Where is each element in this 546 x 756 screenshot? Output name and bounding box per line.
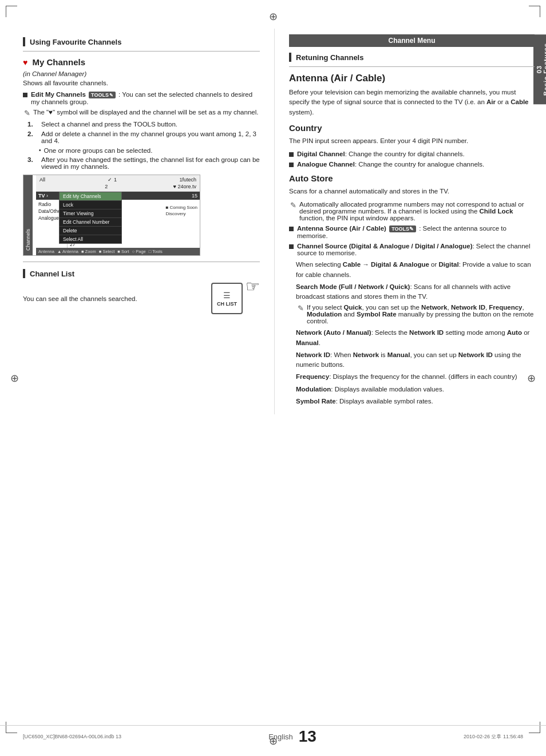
ctx-lock[interactable]: Lock [60, 200, 121, 209]
num-1: 1. [27, 121, 38, 128]
sub-dot: • [39, 147, 41, 153]
bullet-square-channel-source [289, 244, 294, 249]
num-3-text: After you have changed the settings, the… [41, 156, 260, 170]
ch-item1: 1futech [179, 177, 196, 183]
antenna-source-text: Antenna Source (Air / Cable) TOOLS✎ : Se… [297, 225, 535, 239]
channel-list-title: Channel List [30, 270, 74, 278]
quick-note-text: If you select Quick, you can set up the … [307, 304, 535, 324]
digital-channel-bullet: Digital Channel: Change the country for … [289, 151, 535, 157]
ctx-select-all[interactable]: Select All [60, 235, 121, 243]
channel-list-section: Channel List You can see all the channel… [23, 269, 260, 314]
numbered-list: 1. Select a channel and press the TOOLS … [23, 121, 260, 170]
bullet-square-analogue [289, 163, 294, 167]
num-3: 3. [27, 156, 38, 163]
num-2-text: Add or delete a channel in the my channe… [41, 130, 260, 144]
shows-all-text: Shows all favourite channels. [23, 80, 260, 86]
ctx-delete[interactable]: Delete [60, 226, 121, 235]
ch-list-button-area: ☰ CH LIST ☞ [211, 283, 260, 314]
bullet-square-digital [289, 152, 294, 157]
footer-page-number: 13 [299, 729, 316, 745]
crosshair-left: ⊕ [10, 372, 19, 385]
numbered-item-3: 3. After you have changed the settings, … [27, 156, 260, 170]
note-pencil-icon-2: ✎ [290, 201, 296, 209]
edit-my-channels-bullet: Edit My Channels TOOLS✎ : You can set th… [23, 91, 260, 105]
footer-date: 2010-02-26 오후 11:56:48 [464, 733, 523, 741]
channel-list-text: You can see all the channels searched. [23, 295, 194, 302]
footer-file-info: [UC6500_XC]BN68-02694A-00L06.indb 13 [23, 734, 121, 739]
analogue-channel-bullet: Analogue Channel: Change the country for… [289, 161, 535, 168]
auto-store-text: Scans for a channel automatically and st… [289, 187, 535, 196]
channel-source-text: Channel Source (Digital & Analogue / Dig… [297, 243, 535, 256]
ch-list-label: CH LIST [217, 301, 237, 307]
quick-note: ✎ If you select Quick, you can set up th… [289, 304, 535, 324]
num-2: 2. [27, 130, 38, 137]
retuning-channels-title: Retuning Channels [296, 53, 363, 62]
my-channels-title: ♥ My Channels [23, 57, 260, 67]
symbol-rate-text: Symbol Rate: Displays available symbol r… [289, 397, 535, 406]
analogue-channel-text: Analogue Channel: Change the country for… [297, 161, 484, 168]
ctx-edit-num[interactable]: Edit Channel Number [60, 217, 121, 226]
footer-english-label: English [268, 733, 293, 741]
retuning-channels-header: Retuning Channels [289, 53, 535, 62]
auto-store-note-text: Automatically allocated programme number… [299, 201, 535, 221]
channel-menu-header: Channel Menu [289, 34, 535, 47]
country-title: Country [289, 123, 535, 133]
country-text: The PIN input screen appears. Enter your… [289, 136, 535, 146]
section-divider-2 [23, 262, 260, 262]
note-pencil-icon-3: ✎ [298, 304, 304, 312]
note-pencil-icon: ✎ [24, 109, 30, 117]
heart-icon: ♥ [23, 58, 27, 67]
ctx-edit-my[interactable]: Edit My Channels [60, 192, 121, 200]
ch-list-icon: ☰ CH LIST [211, 283, 243, 314]
channels-side-label: Channels [23, 175, 33, 255]
numbered-item-2: 2. Add or delete a channel in the my cha… [27, 130, 260, 144]
auto-store-title: Auto Store [289, 173, 535, 183]
modulation-text: Modulation: Displays available modulatio… [289, 385, 535, 394]
section-bar [23, 37, 25, 46]
favourite-channels-header: Using Favourite Channels [23, 37, 260, 46]
section-bar-2 [23, 269, 25, 278]
ch-num2: 2 [105, 184, 108, 189]
page-container: ⊕ ⊕ ⊕ ⊕ 03 Basic Features Using Favourit… [0, 0, 546, 756]
ch-item2: ♥ 24ore.tv [173, 184, 196, 189]
channel-source-bullet: Channel Source (Digital & Analogue / Dig… [289, 243, 535, 256]
favourite-channels-title: Using Favourite Channels [30, 38, 121, 46]
frequency-text: Frequency: Displays the frequency for th… [289, 372, 535, 382]
main-layout: Using Favourite Channels ♥ My Channels (… [0, 0, 546, 449]
antenna-source-bullet: Antenna Source (Air / Cable) TOOLS✎ : Se… [289, 225, 535, 239]
tools-badge-1: TOOLS✎ [89, 92, 116, 98]
auto-store-note: ✎ Automatically allocated programme numb… [289, 201, 535, 221]
ch-list-menu-icon: ☰ [223, 291, 231, 300]
search-mode-text: Search Mode (Full / Network / Quick): Sc… [289, 282, 535, 302]
channel-list-illustration: You can see all the channels searched. ☰… [23, 283, 260, 314]
footer-right: English 13 [268, 729, 316, 745]
my-channels-section: ♥ My Channels (in Channel Manager) Shows… [23, 57, 260, 256]
sub-dot-item: • One or more groups can be selected. [39, 147, 260, 154]
section-divider-3 [289, 66, 535, 67]
ctx-timer[interactable]: Timer Viewing [60, 209, 121, 217]
digital-channel-text: Digital Channel: Change the country for … [297, 151, 465, 157]
right-column: Channel Menu Retuning Channels Antenna (… [275, 29, 546, 414]
ch-tv: TV › [38, 193, 48, 199]
channel-list-header: Channel List [23, 269, 260, 278]
network-auto-text: Network (Auto / Manual): Selects the Net… [289, 328, 535, 348]
corner-mark-tr [529, 6, 540, 17]
crosshair-top: ⊕ [269, 10, 278, 23]
heart-note: ✎ The "♥" symbol will be displayed and t… [23, 109, 260, 117]
cable-select-text: When selecting Cable → Digital & Analogu… [289, 260, 535, 280]
ch-coming-soon: ■ Coming Soon [165, 204, 197, 211]
channel-screenshot: Channels All ✓ 1 1futech [23, 175, 200, 256]
bullet-square-1 [23, 93, 27, 97]
ch-check1: ✓ 1 [108, 177, 117, 183]
in-channel-manager-label: (in Channel Manager) [23, 70, 260, 77]
bullet-square-antenna [289, 227, 294, 231]
left-column: Using Favourite Channels ♥ My Channels (… [0, 29, 275, 414]
hand-pointer-icon: ☞ [246, 277, 260, 296]
ch-tv-num: 15 [192, 193, 197, 199]
section-divider-1 [23, 51, 260, 52]
tools-badge-2: TOOLS✎ [389, 225, 416, 232]
section-bar-3 [289, 53, 291, 62]
edit-my-channels-text: Edit My Channels TOOLS✎ : You can set th… [31, 91, 260, 105]
page-footer: [UC6500_XC]BN68-02694A-00L06.indb 13 Eng… [0, 725, 546, 747]
corner-mark-tl [6, 6, 17, 17]
